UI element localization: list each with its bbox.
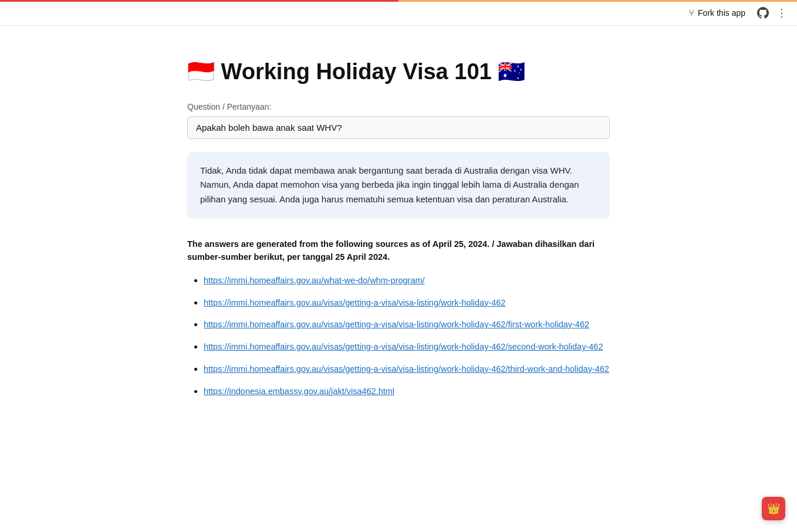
topbar: ⑂ Fork this app ⋮ [0, 0, 797, 26]
watermark-badge[interactable]: 👑 [762, 497, 785, 520]
source-link-6[interactable]: https://indonesia.embassy.gov.au/jakt/vi… [204, 387, 394, 396]
page-title: 🇮🇩 Working Holiday Visa 101 🇦🇺 [187, 59, 610, 86]
top-accent-bar [0, 0, 797, 2]
watermark-icon: 👑 [767, 502, 780, 515]
list-item: https://indonesia.embassy.gov.au/jakt/vi… [204, 385, 610, 398]
source-link-3[interactable]: https://immi.homeaffairs.gov.au/visas/ge… [204, 320, 589, 329]
answer-box: Tidak, Anda tidak dapat membawa anak ber… [187, 152, 610, 219]
sources-intro: The answers are generated from the follo… [187, 238, 610, 264]
sources-list: https://immi.homeaffairs.gov.au/what-we-… [187, 275, 610, 398]
source-link-2[interactable]: https://immi.homeaffairs.gov.au/visas/ge… [204, 298, 505, 307]
fork-icon: ⑂ [689, 8, 694, 18]
list-item: https://immi.homeaffairs.gov.au/visas/ge… [204, 363, 610, 376]
source-link-1[interactable]: https://immi.homeaffairs.gov.au/what-we-… [204, 276, 425, 285]
source-link-5[interactable]: https://immi.homeaffairs.gov.au/visas/ge… [204, 364, 609, 374]
list-item: https://immi.homeaffairs.gov.au/visas/ge… [204, 318, 610, 331]
fork-button[interactable]: ⑂ Fork this app [684, 5, 750, 20]
question-input[interactable] [187, 116, 610, 139]
list-item: https://immi.homeaffairs.gov.au/visas/ge… [204, 341, 610, 354]
question-label: Question / Pertanyaan: [187, 102, 610, 111]
answer-text: Tidak, Anda tidak dapat membawa anak ber… [200, 164, 597, 207]
main-content: 🇮🇩 Working Holiday Visa 101 🇦🇺 Question … [164, 0, 633, 433]
source-link-4[interactable]: https://immi.homeaffairs.gov.au/visas/ge… [204, 342, 603, 351]
list-item: https://immi.homeaffairs.gov.au/what-we-… [204, 275, 610, 287]
github-icon[interactable] [757, 7, 769, 19]
list-item: https://immi.homeaffairs.gov.au/visas/ge… [204, 297, 610, 310]
more-menu-button[interactable]: ⋮ [776, 7, 788, 19]
fork-label: Fork this app [698, 8, 745, 18]
